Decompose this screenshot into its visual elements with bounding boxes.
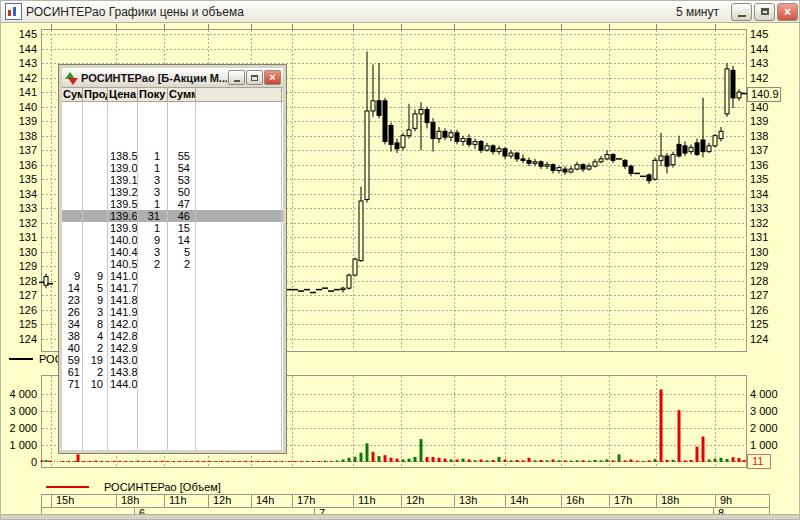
candle-body [377, 101, 381, 116]
orderbook-column-header-sum[interactable]: Сум [62, 88, 83, 101]
price-tick-left: 127 [19, 289, 37, 301]
candle-body [665, 156, 669, 166]
orderbook-close-button[interactable]: × [264, 70, 281, 85]
hour-label: 12h [213, 494, 231, 506]
maximize-button[interactable] [754, 3, 775, 21]
doji-candle [640, 176, 646, 178]
cell-price: 141.0 [108, 270, 138, 282]
orderbook-row[interactable] [62, 390, 283, 402]
orderbook-row[interactable]: 402142.9 [62, 342, 283, 354]
orderbook-row[interactable]: 139.9115 [62, 222, 283, 234]
volume-bar [672, 460, 675, 462]
orderbook-row[interactable] [62, 402, 283, 414]
candle-body [719, 131, 723, 138]
close-button[interactable]: × [777, 3, 798, 21]
candle-body [707, 146, 711, 152]
cell-total: 46 [168, 210, 196, 222]
orderbook-row[interactable] [62, 102, 283, 114]
orderbook-row[interactable]: 7110144.0 [62, 378, 283, 390]
cell-buy: 3 [138, 174, 168, 186]
orderbook-row[interactable] [62, 426, 283, 438]
cell-buy [138, 318, 168, 330]
volume-bar [288, 461, 291, 462]
cell-filler [196, 438, 282, 450]
volume-bar [642, 461, 645, 462]
orderbook-header-row: СумПродЦенаПокуСумм [62, 88, 283, 102]
window-resize-edge[interactable] [1, 514, 800, 519]
candle-body [569, 169, 573, 172]
price-tick-right: 142 [750, 72, 768, 84]
cell-sum [62, 402, 83, 414]
volume-tick-left: 2 000 [9, 422, 37, 434]
cell-filler [196, 402, 282, 414]
orderbook-row-selected[interactable]: 139.63146 [62, 210, 283, 222]
orderbook-column-header-price[interactable]: Цена [108, 88, 138, 101]
volume-bar [281, 461, 284, 462]
candle-body [587, 166, 591, 169]
orderbook-row[interactable] [62, 114, 283, 126]
cell-filler [196, 246, 282, 258]
orderbook-row[interactable]: 145141.7 [62, 282, 283, 294]
volume-bar [113, 461, 116, 462]
volume-bar [504, 459, 507, 462]
orderbook-row[interactable]: 99141.0 [62, 270, 283, 282]
price-tick-right: 132 [750, 217, 768, 229]
volume-bar [618, 454, 621, 462]
cell-filler [196, 114, 282, 126]
maximize-icon [761, 8, 769, 15]
orderbook-column-header-sell[interactable]: Прод [83, 88, 108, 101]
orderbook-column-header-buy[interactable]: Поку [138, 88, 168, 101]
orderbook-row[interactable]: 5919143.0 [62, 354, 283, 366]
price-tick-left: 125 [19, 318, 37, 330]
cell-buy [138, 390, 168, 402]
doji-candle [741, 93, 747, 95]
orderbook-column-header-total[interactable]: Сумм [168, 88, 196, 101]
cell-sell: 4 [83, 330, 108, 342]
orderbook-row[interactable]: 384142.8 [62, 330, 283, 342]
orderbook-minimize-button[interactable] [228, 70, 245, 85]
orderbook-body: 138.5155139.0154139.1353139.2350139.5147… [62, 102, 283, 450]
orderbook-row[interactable] [62, 126, 283, 138]
cell-filler [196, 294, 282, 306]
orderbook-row[interactable] [62, 138, 283, 150]
candle-body [359, 201, 363, 261]
volume-bar [702, 437, 705, 463]
cell-buy [138, 138, 168, 150]
orderbook-row[interactable]: 348142.0 [62, 318, 283, 330]
price-tick-left: 142 [19, 72, 37, 84]
orderbook-row[interactable]: 263141.9 [62, 306, 283, 318]
orderbook-row[interactable]: 139.5147 [62, 198, 283, 210]
candle-body [563, 169, 567, 172]
minimize-button[interactable] [731, 3, 752, 21]
cell-price: 144.0 [108, 378, 138, 390]
cell-total: 54 [168, 162, 196, 174]
orderbook-row[interactable]: 139.0154 [62, 162, 283, 174]
orderbook-row[interactable]: 239141.8 [62, 294, 283, 306]
candle-body [437, 131, 441, 138]
orderbook-row[interactable]: 140.0914 [62, 234, 283, 246]
main-title-bar[interactable]: РОСИНТЕРао Графики цены и объема 5 минут… [1, 1, 800, 23]
orderbook-row[interactable]: 138.5155 [62, 150, 283, 162]
volume-bar [606, 459, 609, 462]
candle-body [431, 123, 435, 139]
volume-bar [215, 461, 218, 462]
orderbook-row[interactable]: 140.522 [62, 258, 283, 270]
volume-bar [239, 461, 242, 462]
orderbook-row[interactable]: 612143.8 [62, 366, 283, 378]
orderbook-row[interactable] [62, 438, 283, 450]
orderbook-row[interactable]: 140.435 [62, 246, 283, 258]
orderbook-maximize-button[interactable] [246, 70, 263, 85]
volume-bar [396, 459, 399, 462]
orderbook-row[interactable] [62, 414, 283, 426]
orderbook-title-bar[interactable]: РОСИНТЕРао [Б-Акции М... × [62, 68, 283, 88]
orderbook-row[interactable]: 139.1353 [62, 174, 283, 186]
cell-sum: 34 [62, 318, 83, 330]
cell-buy [138, 114, 168, 126]
cell-filler [196, 318, 282, 330]
doji-candle [298, 290, 304, 292]
cell-buy: 1 [138, 198, 168, 210]
orderbook-row[interactable]: 139.2350 [62, 186, 283, 198]
candle-body [677, 144, 681, 156]
cell-total [168, 426, 196, 438]
cell-price: 139.1 [108, 174, 138, 186]
